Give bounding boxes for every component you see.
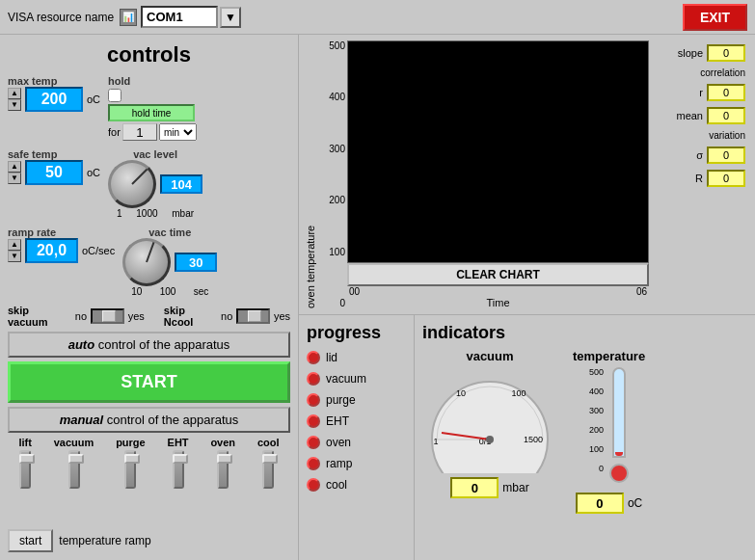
y-axis-label: oven temperature	[305, 40, 316, 308]
hold-label: hold	[108, 75, 197, 87]
progress-vacuum-label: vacuum	[326, 372, 366, 386]
controls-mid-row: safe temp ▲ ▼ oC vac level	[8, 148, 290, 219]
ramp-rate-input[interactable]	[25, 238, 78, 263]
vac-time-dial[interactable]	[122, 238, 171, 286]
lever-eht: EHT	[168, 437, 189, 489]
lever-purge-control[interactable]	[124, 450, 136, 489]
hold-time-label-box: hold time	[108, 104, 195, 121]
led-lid	[307, 351, 320, 364]
visa-icon: 📊	[120, 9, 137, 26]
temp-ramp-label: temperature ramp	[59, 534, 150, 547]
vac-time-unit: sec	[194, 286, 209, 297]
chart-area: oven temperature 500 400 300 200 100 0 C…	[299, 35, 755, 314]
progress-lid: lid	[307, 351, 406, 364]
thermo-tube-bg	[612, 367, 626, 458]
R-row: R	[657, 170, 745, 187]
auto-control-banner: auto control of the apparatus	[8, 332, 290, 358]
vacuum-gauge-title: vacuum	[466, 349, 513, 363]
skip-ncool-toggle[interactable]	[236, 308, 270, 324]
lever-lift-control[interactable]	[19, 450, 31, 489]
ramp-rate-unit: oC/sec	[82, 245, 115, 256]
safe-temp-down[interactable]: ▼	[8, 173, 21, 184]
max-temp-label: max temp	[8, 75, 100, 87]
lever-oven-control[interactable]	[217, 450, 229, 489]
r-label: r	[699, 87, 703, 98]
safe-temp-label: safe temp	[8, 148, 100, 160]
start-small-button[interactable]: start	[8, 529, 53, 552]
R-input[interactable]	[707, 170, 745, 187]
indicators-content: vacuum 1 10 100 1500 0/1	[422, 349, 747, 514]
lever-vacuum-label: vacuum	[54, 437, 94, 448]
led-purge	[307, 393, 320, 407]
hold-for-label: for	[108, 126, 121, 138]
skip-ncool-no: no	[221, 310, 232, 322]
vac-range: 1 1000 mbar	[117, 208, 194, 219]
ramp-rate-down[interactable]: ▼	[8, 251, 21, 262]
progress-ramp-label: ramp	[326, 457, 352, 470]
progress-panel: progress lid vacuum purge	[299, 315, 415, 560]
skip-vacuum-knob	[102, 310, 116, 322]
progress-eht-label: EHT	[326, 414, 349, 428]
progress-eht: EHT	[307, 414, 406, 428]
temp-tick-0: 0	[589, 464, 604, 473]
vacuum-value-input[interactable]	[450, 477, 499, 498]
correlation-label: correlation	[657, 67, 745, 78]
progress-title: progress	[307, 323, 406, 343]
skip-ncool-yes: yes	[274, 310, 290, 322]
temperature-value-input[interactable]	[576, 493, 624, 514]
vac-scale-10: 10	[456, 388, 466, 398]
lever-oven-knob	[217, 454, 232, 464]
temp-gauge-wrapper: 500 400 300 200 100 0	[589, 367, 629, 473]
vac-time-needle	[146, 242, 154, 262]
chart-with-yaxis: 500 400 300 200 100 0 CLEAR CHART 00 06	[320, 40, 649, 308]
led-ramp	[307, 457, 320, 470]
progress-purge: purge	[307, 393, 406, 407]
exit-button[interactable]: EXIT	[683, 4, 747, 31]
lever-eht-control[interactable]	[173, 450, 184, 489]
progress-oven: oven	[307, 436, 406, 449]
skip-vacuum-toggle[interactable]	[91, 308, 124, 324]
max-temp-input[interactable]	[25, 87, 83, 112]
lever-vacuum-control[interactable]	[68, 450, 80, 489]
vac-level-label: vac level	[133, 148, 177, 160]
vac-level-group: vac level 1 1000 mbar	[108, 148, 202, 219]
vac-level-input[interactable]	[160, 174, 202, 194]
auto-text: auto	[68, 337, 94, 352]
ramp-rate-up[interactable]: ▲	[8, 239, 21, 251]
x-tick-end: 06	[636, 286, 647, 297]
main-layout: controls max temp ▲ ▼ oC hold	[0, 35, 755, 560]
lever-cool-control[interactable]	[262, 450, 274, 489]
vac-max: 1000	[136, 208, 157, 219]
com-dropdown[interactable]: ▼	[220, 7, 241, 28]
safe-temp-group: safe temp ▲ ▼ oC	[8, 148, 100, 219]
skip-ncool-label: skip Ncool	[164, 305, 215, 328]
slope-input[interactable]	[707, 44, 745, 62]
max-temp-down[interactable]: ▼	[8, 99, 21, 111]
vac-time-group: vac time 10 100 sec	[122, 227, 217, 297]
led-cool	[307, 478, 320, 492]
r-input[interactable]	[707, 84, 745, 101]
safe-temp-input[interactable]	[25, 160, 83, 185]
max-temp-up[interactable]: ▲	[8, 88, 21, 99]
chart-canvas	[347, 40, 649, 263]
vac-dial[interactable]	[108, 160, 156, 208]
hold-time-unit-select[interactable]: min	[159, 123, 197, 141]
variation-label: variation	[657, 130, 745, 141]
mean-input[interactable]	[707, 107, 745, 124]
start-button[interactable]: START	[8, 361, 290, 403]
vac-time-label: vac time	[148, 227, 191, 238]
sigma-input[interactable]	[707, 147, 745, 164]
vacuum-unit: mbar	[502, 481, 528, 494]
skip-row: skip vacuum no yes skip Ncool no yes	[8, 305, 290, 328]
left-panel: controls max temp ▲ ▼ oC hold	[0, 35, 299, 560]
com-input[interactable]	[141, 6, 218, 28]
vac-time-input[interactable]	[175, 253, 217, 272]
hold-time-input[interactable]	[122, 123, 157, 141]
hold-checkbox[interactable]	[108, 89, 121, 102]
vac-scale-1500: 1500	[524, 435, 543, 444]
clear-chart-button[interactable]: CLEAR CHART	[347, 263, 649, 286]
vacuum-readout: mbar	[450, 477, 528, 498]
thermo-fill-level	[615, 452, 623, 457]
safe-temp-up[interactable]: ▲	[8, 161, 21, 173]
controls-top-row: max temp ▲ ▼ oC hold	[8, 75, 290, 141]
